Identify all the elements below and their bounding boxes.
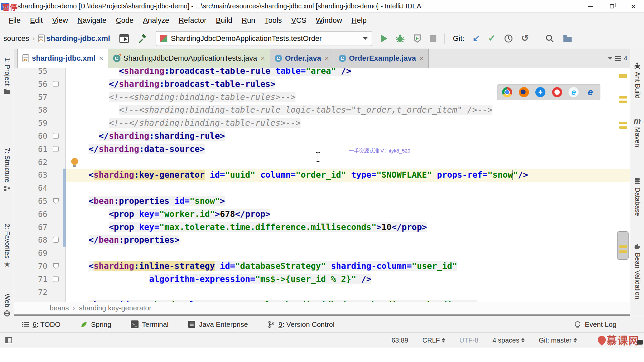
code-tokens: <sharding:broadcast-table-rule table="ar… xyxy=(119,68,351,76)
menu-file[interactable]: File xyxy=(4,16,25,25)
caret-position[interactable]: 63:89 xyxy=(391,337,408,344)
tab-orderexample-java[interactable]: COrderExample.java× xyxy=(334,49,429,68)
run-button[interactable] xyxy=(381,35,387,43)
history-clock-icon[interactable] xyxy=(504,34,513,43)
toolwindow-toggle-icon[interactable] xyxy=(5,337,12,343)
code-editor[interactable]: 5556575859606162636465666768697071727374… xyxy=(14,68,630,302)
menu-code[interactable]: Code xyxy=(111,16,139,25)
javaee-icon xyxy=(188,320,196,328)
code-token: < xyxy=(89,196,94,206)
fold-marker-icon[interactable]: − xyxy=(53,81,59,87)
code-tokens: <!--<sharding:binding-table-rules>--> xyxy=(109,92,296,102)
event-log-button[interactable]: Event Log xyxy=(574,320,616,328)
menu-analyze[interactable]: Analyze xyxy=(138,16,174,25)
breadcrumb-file[interactable]: sharding-jdbc.xml xyxy=(38,34,110,43)
file-encoding[interactable]: UTF-8 xyxy=(459,337,478,344)
menu-edit[interactable]: Edit xyxy=(25,16,47,25)
ie-icon[interactable]: e xyxy=(585,87,595,97)
edge-icon[interactable]: e xyxy=(569,87,579,97)
warning-stripe-mark[interactable] xyxy=(619,250,627,253)
opera-icon[interactable] xyxy=(552,87,562,97)
git-commit-icon[interactable]: ✓ xyxy=(488,34,496,43)
line-separator[interactable]: CRLF xyxy=(422,337,445,344)
build-hammer-icon[interactable] xyxy=(138,34,148,44)
tab-order-java[interactable]: COrder.java× xyxy=(270,49,334,68)
tab-close-icon[interactable]: × xyxy=(420,54,424,62)
rollback-icon[interactable]: ↺ xyxy=(521,34,529,43)
run-configuration-select[interactable]: ShardingJdbcDemoApplicationTests.testOrd… xyxy=(156,31,372,46)
warning-stripe-mark[interactable] xyxy=(619,96,627,99)
breadcrumb-file-label: sharding-jdbc.xml xyxy=(47,34,110,43)
fold-marker-icon[interactable] xyxy=(53,198,59,204)
code-token: "uuid" xyxy=(225,170,255,180)
chrome-icon[interactable] xyxy=(502,87,512,97)
safari-icon[interactable] xyxy=(535,87,545,97)
warning-stripe-mark[interactable] xyxy=(619,74,627,78)
menu-build[interactable]: Build xyxy=(211,16,237,25)
gutter-line-number: 55 xyxy=(14,68,65,78)
toolwindow-button-1-project[interactable]: 1: Project xyxy=(0,57,14,95)
toolwindow-button-label: 1: Project xyxy=(3,57,11,85)
search-everywhere-icon[interactable] xyxy=(545,34,554,43)
fold-marker-icon[interactable]: − xyxy=(53,276,59,282)
git-branch[interactable]: Git: master xyxy=(539,337,577,344)
hide-windows-icon[interactable] xyxy=(562,34,573,43)
indent-config[interactable]: 4 spaces xyxy=(492,337,525,344)
code-token: sharding xyxy=(124,68,164,76)
toolwindow-button-spring[interactable]: Spring xyxy=(80,320,111,328)
warning-stripe-mark[interactable] xyxy=(619,122,627,124)
menu-view[interactable]: View xyxy=(47,16,72,25)
menu-window[interactable]: Window xyxy=(311,16,347,25)
intention-bulb-icon[interactable] xyxy=(71,158,78,165)
stop-button[interactable] xyxy=(430,35,436,42)
menu-navigate[interactable]: Navigate xyxy=(73,16,111,25)
tab-close-icon[interactable]: × xyxy=(261,54,265,62)
menu-run[interactable]: Run xyxy=(237,16,260,25)
toolwindow-button-9-version-control[interactable]: 9: Version Control xyxy=(267,320,334,328)
menu-help[interactable]: Help xyxy=(347,16,371,25)
tab-label: ShardingJdbcDemoApplicationTests.java xyxy=(123,54,257,63)
minimize-button[interactable] xyxy=(580,0,601,12)
debug-button[interactable] xyxy=(395,34,405,43)
split-view-icon[interactable] xyxy=(615,56,621,61)
toolwindow-button-maven[interactable]: mMaven xyxy=(630,117,644,147)
toolwindow-button-6-todo[interactable]: 6: TODO xyxy=(21,320,60,328)
breadcrumb-sources[interactable]: sources xyxy=(3,34,29,43)
code-token xyxy=(134,222,139,232)
toolwindow-button-label: Maven xyxy=(634,127,641,147)
preview-icon[interactable] xyxy=(119,34,129,43)
toolwindow-button-database[interactable]: Database xyxy=(630,178,644,216)
tab-shardingjdbcdemoapplicationtests-java[interactable]: CShardingJdbcDemoApplicationTests.java× xyxy=(108,49,270,68)
close-button[interactable]: × xyxy=(623,0,644,12)
breadcrumb-beans[interactable]: beans xyxy=(50,304,69,312)
warning-stripe-mark[interactable] xyxy=(619,245,627,248)
project-icon xyxy=(3,88,11,95)
git-update-icon[interactable]: ↙ xyxy=(472,34,480,43)
menu-vcs[interactable]: VCS xyxy=(286,16,311,25)
tab-close-icon[interactable]: × xyxy=(99,54,103,62)
warning-stripe-mark[interactable] xyxy=(619,126,627,129)
toolwindow-button-7-structure[interactable]: 7: Structure xyxy=(0,148,14,192)
firefox-icon[interactable] xyxy=(519,87,529,97)
tab-list-chevron-icon[interactable] xyxy=(608,57,612,60)
fold-marker-icon[interactable]: − xyxy=(53,237,59,243)
toolwindow-button-ant-build[interactable]: Ant Build xyxy=(630,62,644,99)
toolwindow-button-java-enterprise[interactable]: Java Enterprise xyxy=(188,320,248,328)
toolwindow-button-2-favorites[interactable]: 2: Favorites★ xyxy=(0,224,14,268)
fold-marker-icon[interactable]: − xyxy=(53,146,59,152)
breadcrumb-key-generator[interactable]: sharding:key-generator xyxy=(79,304,152,312)
warning-stripe-mark[interactable] xyxy=(619,101,627,103)
fold-marker-icon[interactable] xyxy=(53,263,59,269)
tab-sharding-jdbc-xml[interactable]: sharding-jdbc.xml× xyxy=(17,49,108,68)
fold-marker-icon[interactable]: − xyxy=(53,133,59,139)
toolwindow-button-bean-validation[interactable]: Bean Validation xyxy=(630,243,644,299)
eventlog-icon xyxy=(574,320,581,328)
tool-window-splitter[interactable] xyxy=(14,314,630,316)
coverage-button[interactable] xyxy=(413,34,422,43)
toolwindow-button-web[interactable]: Web xyxy=(0,294,14,317)
tab-close-icon[interactable]: × xyxy=(325,54,329,62)
menu-tools[interactable]: Tools xyxy=(260,16,286,25)
menu-refactor[interactable]: Refactor xyxy=(174,16,211,25)
restore-button[interactable] xyxy=(601,0,623,12)
toolwindow-button-terminal[interactable]: >_Terminal xyxy=(131,320,168,328)
